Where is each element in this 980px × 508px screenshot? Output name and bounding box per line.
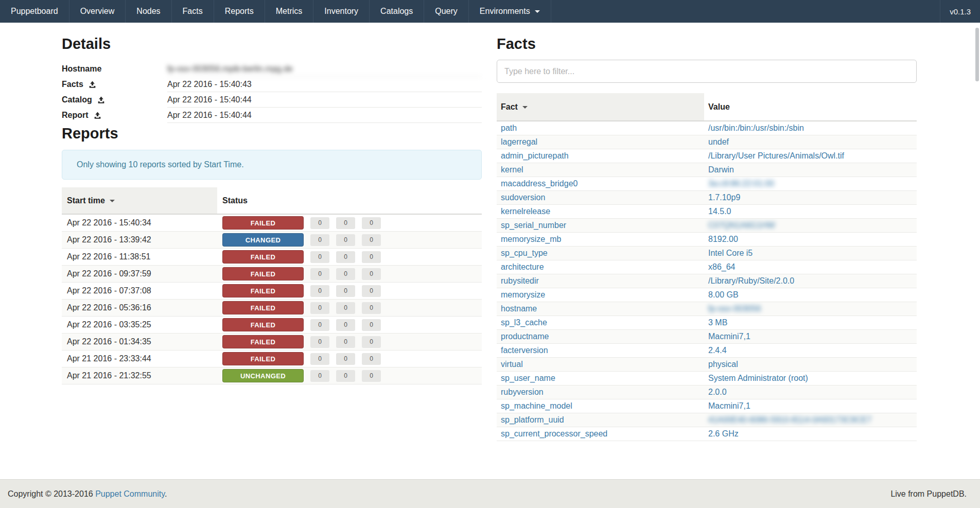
report-start-time[interactable]: Apr 22 2016 - 09:37:59 (62, 266, 217, 283)
fact-value-link[interactable]: 41A00E40-6086-5910-8114-0A93173C9CE7 (708, 415, 871, 424)
report-status-badge[interactable]: FAILED (222, 216, 304, 230)
reports-sort-header-start-time[interactable]: Start time (62, 187, 217, 214)
detail-value: fp-osx-003056.mpib-berlin.mpg.de (167, 61, 482, 77)
fact-value-link[interactable]: 8.00 GB (708, 290, 739, 299)
report-row[interactable]: Apr 21 2016 - 21:32:55 UNCHANGED 000 (62, 367, 482, 384)
puppet-community-link[interactable]: Puppet Community (95, 489, 165, 498)
report-status-badge[interactable]: FAILED (222, 335, 304, 348)
fact-name-link[interactable]: virtual (501, 360, 523, 369)
fact-row: memorysize_mb 8192.00 (497, 233, 917, 247)
start-time-column-label: Start time (67, 196, 105, 205)
report-row[interactable]: Apr 22 2016 - 09:37:59 FAILED 000 (62, 266, 482, 283)
navbar-brand[interactable]: Puppetboard (0, 0, 69, 23)
fact-name-link[interactable]: kernelrelease (501, 207, 550, 216)
fact-value-link[interactable]: Darwin (708, 165, 734, 174)
fact-value-link[interactable]: /Library/User Pictures/Animals/Owl.tif (708, 151, 844, 160)
fact-value-link[interactable]: 3 MB (708, 318, 727, 327)
fact-name-link[interactable]: sp_l3_cache (501, 318, 547, 327)
report-start-time[interactable]: Apr 22 2016 - 05:36:16 (62, 300, 217, 317)
nav-item-metrics[interactable]: Metrics (265, 0, 314, 23)
fact-row: lagerregal undef (497, 135, 917, 149)
nav-item-query[interactable]: Query (424, 0, 469, 23)
fact-name-link[interactable]: rubyversion (501, 388, 544, 396)
fact-value-link[interactable]: /usr/bin:/bin:/usr/sbin:/sbin (708, 124, 804, 132)
fact-name-link[interactable]: sp_serial_number (501, 221, 566, 230)
report-row[interactable]: Apr 22 2016 - 11:38:51 FAILED 000 (62, 249, 482, 266)
fact-value-link[interactable]: C07QN1A6G1HW (708, 221, 775, 230)
fact-value-link[interactable]: physical (708, 360, 738, 369)
report-start-time[interactable]: Apr 22 2016 - 07:37:08 (62, 283, 217, 300)
fact-value-link[interactable]: 2.0.0 (708, 388, 727, 396)
fact-value-link[interactable]: System Administrator (root) (708, 374, 808, 382)
fact-name-link[interactable]: productname (501, 332, 549, 341)
report-start-time[interactable]: Apr 21 2016 - 23:33:44 (62, 351, 217, 367)
report-start-time[interactable]: Apr 22 2016 - 15:40:34 (62, 214, 217, 232)
fact-value-link[interactable]: x86_64 (708, 262, 736, 271)
fact-name-link[interactable]: memorysize (501, 290, 545, 299)
fact-name-link[interactable]: hostname (501, 304, 537, 313)
fact-value-link[interactable]: fp-osx-003056 (708, 304, 761, 313)
report-status-badge[interactable]: FAILED (222, 267, 304, 281)
fact-name-link[interactable]: facterversion (501, 346, 548, 355)
report-row[interactable]: Apr 21 2016 - 23:33:44 FAILED 000 (62, 351, 482, 367)
facts-filter-input[interactable] (497, 60, 917, 83)
facts-sort-header-fact[interactable]: Fact (497, 93, 704, 121)
fact-name-link[interactable]: lagerregal (501, 137, 537, 146)
report-row[interactable]: Apr 22 2016 - 01:34:35 FAILED 000 (62, 334, 482, 351)
fact-value-link[interactable]: 1.7.10p9 (708, 193, 740, 202)
fact-name-link[interactable]: sp_platform_uuid (501, 415, 564, 424)
fact-name-link[interactable]: kernel (501, 165, 523, 174)
fact-value-link[interactable]: Macmini7,1 (708, 332, 750, 341)
upload-icon[interactable] (89, 81, 96, 89)
report-status-badge[interactable]: CHANGED (222, 233, 304, 247)
nav-item-nodes[interactable]: Nodes (126, 0, 171, 23)
fact-name-link[interactable]: architecture (501, 262, 544, 271)
nav-item-reports[interactable]: Reports (214, 0, 265, 23)
fact-name-link[interactable]: memorysize_mb (501, 235, 561, 243)
report-status-badge[interactable]: FAILED (222, 352, 304, 365)
nav-item-facts[interactable]: Facts (172, 0, 214, 23)
report-start-time[interactable]: Apr 21 2016 - 21:32:55 (62, 367, 217, 384)
fact-name-link[interactable]: path (501, 124, 517, 132)
fact-name-link[interactable]: sp_cpu_type (501, 249, 548, 257)
fact-name-link[interactable]: sudoversion (501, 193, 545, 202)
report-row[interactable]: Apr 22 2016 - 13:39:42 CHANGED 000 (62, 232, 482, 249)
report-start-time[interactable]: Apr 22 2016 - 13:39:42 (62, 232, 217, 249)
report-status-badge[interactable]: UNCHANGED (222, 369, 304, 382)
report-status-badge[interactable]: FAILED (222, 250, 304, 264)
nav-item-catalogs[interactable]: Catalogs (370, 0, 424, 23)
fact-value-link[interactable]: 3a:c9:86:22:01:00 (708, 179, 774, 188)
report-status-badge[interactable]: FAILED (222, 301, 304, 314)
nav-item-inventory[interactable]: Inventory (313, 0, 370, 23)
fact-row: rubysitedir /Library/Ruby/Site/2.0.0 (497, 274, 917, 288)
fact-name-link[interactable]: admin_picturepath (501, 151, 569, 160)
fact-value-link[interactable]: Intel Core i5 (708, 249, 752, 257)
fact-name-link[interactable]: rubysitedir (501, 276, 539, 285)
fact-value-link[interactable]: 2.4.4 (708, 346, 727, 355)
report-row[interactable]: Apr 22 2016 - 07:37:08 FAILED 000 (62, 283, 482, 300)
nav-item-overview[interactable]: Overview (69, 0, 126, 23)
report-count-badge: 0 (310, 353, 329, 365)
fact-name-link[interactable]: sp_current_processor_speed (501, 429, 607, 438)
report-status-badge[interactable]: FAILED (222, 284, 304, 297)
report-row[interactable]: Apr 22 2016 - 03:35:25 FAILED 000 (62, 317, 482, 334)
nav-item-environments[interactable]: Environments (469, 0, 551, 23)
report-start-time[interactable]: Apr 22 2016 - 11:38:51 (62, 249, 217, 266)
fact-value-link[interactable]: undef (708, 137, 729, 146)
fact-name-link[interactable]: sp_machine_model (501, 401, 572, 410)
scrollbar-thumb[interactable] (975, 28, 979, 81)
report-start-time[interactable]: Apr 22 2016 - 01:34:35 (62, 334, 217, 351)
report-start-time[interactable]: Apr 22 2016 - 03:35:25 (62, 317, 217, 334)
fact-value-link[interactable]: 2.6 GHz (708, 429, 739, 438)
fact-name-link[interactable]: sp_user_name (501, 374, 555, 382)
fact-value-link[interactable]: /Library/Ruby/Site/2.0.0 (708, 276, 794, 285)
fact-value-link[interactable]: Macmini7,1 (708, 401, 750, 410)
fact-value-link[interactable]: 14.5.0 (708, 207, 731, 216)
upload-icon[interactable] (94, 112, 101, 119)
fact-value-link[interactable]: 8192.00 (708, 235, 738, 243)
upload-icon[interactable] (97, 96, 105, 104)
report-row[interactable]: Apr 22 2016 - 15:40:34 FAILED 000 (62, 214, 482, 232)
fact-name-link[interactable]: macaddress_bridge0 (501, 179, 577, 188)
report-status-badge[interactable]: FAILED (222, 318, 304, 331)
report-row[interactable]: Apr 22 2016 - 05:36:16 FAILED 000 (62, 300, 482, 317)
